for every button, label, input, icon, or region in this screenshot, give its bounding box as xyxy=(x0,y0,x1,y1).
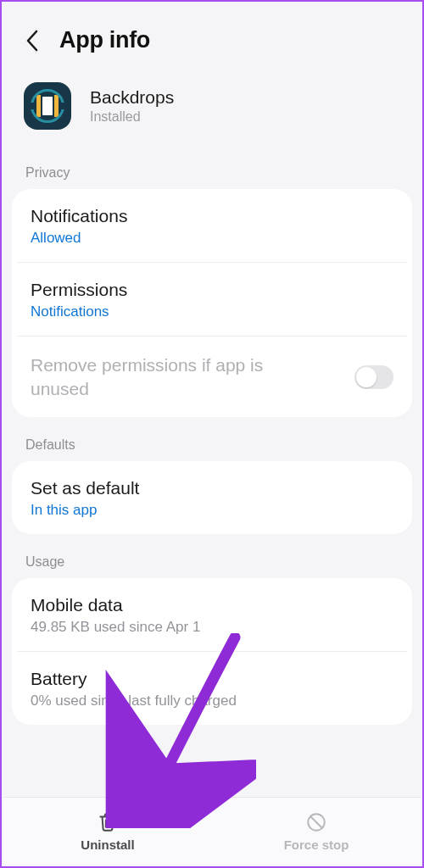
defaults-card: Set as default In this app xyxy=(12,461,412,534)
usage-card: Mobile data 49.85 KB used since Apr 1 Ba… xyxy=(12,578,412,725)
battery-row[interactable]: Battery 0% used since last fully charged xyxy=(17,651,407,725)
mobile-data-row[interactable]: Mobile data 49.85 KB used since Apr 1 xyxy=(12,578,412,651)
uninstall-button[interactable]: Uninstall xyxy=(3,798,212,865)
permissions-title: Permissions xyxy=(31,280,393,300)
page-title: App info xyxy=(59,27,150,53)
section-label-defaults: Defaults xyxy=(10,422,414,461)
uninstall-label: Uninstall xyxy=(81,837,134,852)
set-default-sub: In this app xyxy=(31,502,393,519)
section-label-usage: Usage xyxy=(10,539,414,578)
section-label-privacy: Privacy xyxy=(10,150,414,189)
notifications-title: Notifications xyxy=(31,206,393,226)
permissions-row[interactable]: Permissions Notifications xyxy=(17,262,407,336)
notifications-row[interactable]: Notifications Allowed xyxy=(12,189,412,262)
notifications-sub: Allowed xyxy=(31,230,393,247)
trash-icon xyxy=(97,811,119,833)
chevron-left-icon xyxy=(25,30,39,52)
permissions-sub: Notifications xyxy=(31,303,393,320)
remove-permissions-row[interactable]: Remove permissions if app is unused xyxy=(17,336,407,417)
mobile-data-title: Mobile data xyxy=(31,595,393,615)
battery-title: Battery xyxy=(31,669,393,689)
stop-icon xyxy=(305,811,327,833)
bottom-bar: Uninstall Force stop xyxy=(3,797,421,865)
set-default-title: Set as default xyxy=(31,478,393,498)
remove-permissions-title: Remove permissions if app is unused xyxy=(31,353,302,402)
force-stop-button[interactable]: Force stop xyxy=(212,798,421,865)
set-default-row[interactable]: Set as default In this app xyxy=(12,461,412,534)
toggle-knob xyxy=(356,367,377,387)
remove-permissions-toggle[interactable] xyxy=(354,365,393,389)
privacy-card: Notifications Allowed Permissions Notifi… xyxy=(12,189,412,417)
mobile-data-sub: 49.85 KB used since Apr 1 xyxy=(31,619,393,636)
app-icon xyxy=(24,82,71,130)
battery-sub: 0% used since last fully charged xyxy=(31,693,393,709)
app-name: Backdrops xyxy=(90,87,174,108)
force-stop-label: Force stop xyxy=(284,837,349,852)
app-status: Installed xyxy=(90,109,174,125)
back-button[interactable] xyxy=(20,29,44,53)
app-header: Backdrops Installed xyxy=(10,72,414,150)
